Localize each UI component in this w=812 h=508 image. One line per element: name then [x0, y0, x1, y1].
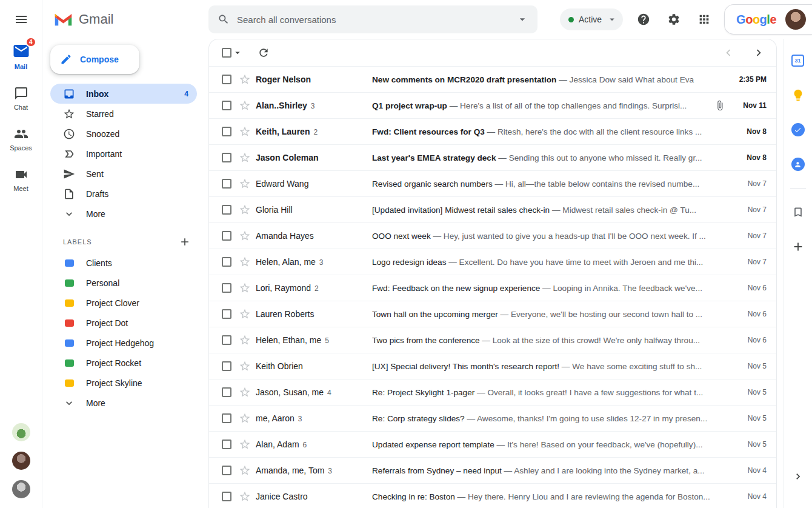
label-item-project-hedgehog[interactable]: Project Hedgehog: [50, 333, 197, 353]
newer-page-button[interactable]: [722, 46, 735, 59]
tasks-icon[interactable]: [786, 118, 810, 142]
labels-more[interactable]: More: [50, 393, 197, 413]
star-icon[interactable]: [239, 73, 251, 85]
email-row[interactable]: Keith, Lauren2Fwd: Client resources for …: [209, 118, 776, 144]
row-checkbox[interactable]: [222, 257, 231, 267]
row-checkbox[interactable]: [222, 153, 231, 162]
star-icon[interactable]: [239, 230, 251, 242]
email-row[interactable]: Janice CastroChecking in re: Boston — He…: [209, 483, 776, 508]
label-item-project-rocket[interactable]: Project Rocket: [50, 353, 197, 373]
email-row[interactable]: me, Aaron3Re: Corp strategy slides? — Aw…: [209, 405, 776, 431]
row-checkbox[interactable]: [222, 466, 231, 475]
label-item-project-dot[interactable]: Project Dot: [50, 313, 197, 333]
avatar[interactable]: [12, 423, 30, 441]
star-icon[interactable]: [239, 464, 251, 476]
email-row[interactable]: Roger NelsonNew comments on MCR2020 draf…: [209, 66, 776, 92]
star-icon[interactable]: [239, 308, 251, 320]
star-icon[interactable]: [239, 360, 251, 372]
email-row[interactable]: Jason ColemanLast year's EMEA strategy d…: [209, 144, 776, 170]
rail-item-spaces[interactable]: Spaces: [2, 122, 41, 156]
star-icon[interactable]: [239, 125, 251, 138]
search-bar[interactable]: [208, 5, 537, 33]
get-addons-button[interactable]: [786, 235, 810, 259]
account-pill[interactable]: Google: [724, 4, 812, 35]
star-icon[interactable]: [239, 204, 251, 216]
rail-item-meet[interactable]: Meet: [2, 163, 41, 196]
sidebar-item-important[interactable]: Important: [50, 144, 197, 164]
email-row[interactable]: Helen, Alan, me3Logo redesign ideas — Ex…: [209, 249, 776, 275]
email-row[interactable]: Helen, Ethan, me5Two pics from the confe…: [209, 327, 776, 353]
profile-avatar[interactable]: [785, 9, 806, 30]
email-row[interactable]: Alan, Adam6Updated expense report templa…: [209, 431, 776, 457]
avatar[interactable]: [12, 452, 30, 470]
star-icon[interactable]: [239, 334, 251, 346]
star-icon[interactable]: [239, 178, 251, 190]
row-checkbox[interactable]: [222, 361, 231, 371]
label-item-project-clover[interactable]: Project Clover: [50, 293, 197, 313]
addon-icon[interactable]: [786, 200, 810, 224]
sidebar-item-inbox[interactable]: Inbox4: [50, 84, 197, 104]
select-all-checkbox[interactable]: [222, 48, 231, 58]
calendar-icon[interactable]: 31: [786, 48, 810, 73]
search-input[interactable]: [237, 15, 504, 25]
email-row[interactable]: Edward WangRevised organic search number…: [209, 170, 776, 196]
chevron-down-icon: [63, 397, 75, 409]
settings-button[interactable]: [661, 6, 687, 33]
label-item-clients[interactable]: Clients: [50, 253, 197, 273]
star-icon[interactable]: [239, 386, 251, 398]
row-checkbox[interactable]: [222, 439, 231, 449]
row-checkbox[interactable]: [222, 387, 231, 397]
older-page-button[interactable]: [752, 46, 765, 59]
help-button[interactable]: [630, 6, 657, 33]
apps-grid-button[interactable]: [691, 6, 717, 33]
email-row[interactable]: Lauren RobertsTown hall on the upcoming …: [209, 301, 776, 327]
row-checkbox[interactable]: [222, 309, 231, 319]
email-row[interactable]: Alan..Shirley3Q1 project wrap-up — Here'…: [209, 92, 776, 118]
row-checkbox[interactable]: [222, 231, 231, 241]
star-icon[interactable]: [239, 256, 251, 268]
sidebar-item-drafts[interactable]: Drafts: [50, 184, 197, 204]
google-logo-letter: g: [760, 13, 767, 27]
row-checkbox[interactable]: [222, 492, 231, 501]
row-checkbox[interactable]: [222, 205, 231, 215]
star-icon[interactable]: [239, 99, 251, 112]
email-row[interactable]: Jason, Susan, me4Re: Project Skylight 1-…: [209, 379, 776, 405]
star-icon[interactable]: [239, 152, 251, 164]
gmail-logo[interactable]: Gmail: [42, 0, 207, 39]
row-checkbox[interactable]: [222, 179, 231, 189]
status-selector[interactable]: Active: [560, 8, 623, 30]
star-icon[interactable]: [239, 438, 251, 450]
rail-item-mail[interactable]: 4Mail: [2, 38, 41, 75]
email-row[interactable]: Amanda HayesOOO next week — Hey, just wa…: [209, 222, 776, 249]
row-checkbox[interactable]: [222, 75, 231, 84]
star-icon[interactable]: [239, 490, 251, 503]
refresh-button[interactable]: [258, 47, 270, 59]
search-options-caret[interactable]: [511, 8, 534, 31]
sidebar-item-more[interactable]: More: [50, 204, 197, 224]
star-icon[interactable]: [239, 282, 251, 294]
row-checkbox[interactable]: [222, 413, 231, 423]
email-row[interactable]: Gloria Hill[Updated invitation] Midwest …: [209, 196, 776, 222]
contacts-icon[interactable]: [786, 152, 810, 176]
row-checkbox[interactable]: [222, 335, 231, 345]
label-item-personal[interactable]: Personal: [50, 273, 197, 293]
avatar[interactable]: [12, 480, 30, 498]
row-checkbox[interactable]: [222, 101, 231, 110]
keep-icon[interactable]: [786, 83, 810, 107]
row-checkbox[interactable]: [222, 127, 231, 136]
row-checkbox[interactable]: [222, 283, 231, 293]
email-row[interactable]: Keith Obrien[UX] Special delivery! This …: [209, 353, 776, 379]
email-row[interactable]: Lori, Raymond2Fwd: Feedback on the new s…: [209, 275, 776, 301]
sidebar-item-starred[interactable]: Starred: [50, 104, 197, 124]
compose-button[interactable]: Compose: [50, 45, 139, 74]
sidebar-item-snoozed[interactable]: Snoozed: [50, 124, 197, 144]
main-menu-button[interactable]: [7, 5, 36, 34]
select-caret[interactable]: [232, 47, 243, 58]
email-row[interactable]: Amanda, me, Tom3Referrals from Sydney – …: [209, 457, 776, 483]
sidebar-item-sent[interactable]: Sent: [50, 164, 197, 184]
create-label-button[interactable]: [179, 236, 191, 248]
rail-item-chat[interactable]: Chat: [2, 82, 41, 115]
label-item-project-skyline[interactable]: Project Skyline: [50, 373, 197, 393]
star-icon[interactable]: [239, 412, 251, 424]
collapse-panel-button[interactable]: [792, 470, 804, 483]
